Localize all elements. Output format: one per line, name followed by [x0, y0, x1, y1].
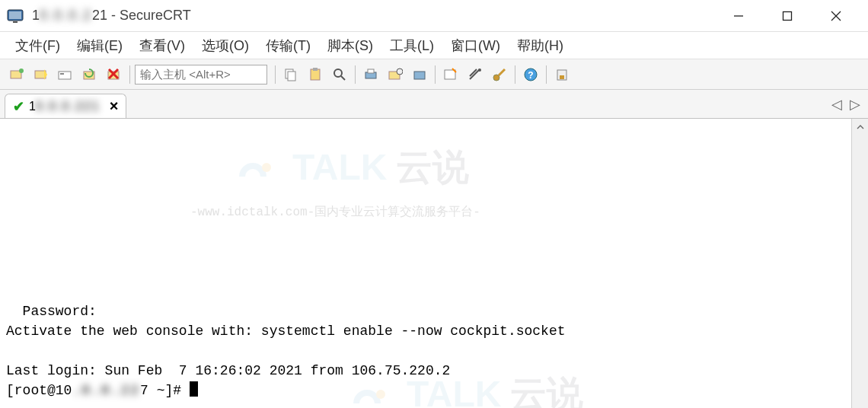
svg-point-37	[262, 163, 271, 172]
help-icon[interactable]: ?	[520, 64, 541, 85]
toolbar-separator	[129, 65, 130, 84]
svg-rect-17	[288, 72, 295, 81]
key-icon[interactable]	[489, 64, 510, 85]
menu-options[interactable]: 选项(O)	[196, 33, 255, 58]
global-options-icon[interactable]	[409, 64, 430, 85]
terminal-line: Activate the web console with: systemctl…	[6, 324, 566, 339]
tab-label: 10.0.0.221	[29, 100, 101, 113]
app-icon	[6, 7, 24, 25]
check-icon: ✔	[13, 98, 24, 115]
svg-text:?: ?	[528, 70, 533, 81]
svg-point-20	[334, 69, 342, 77]
svg-rect-36	[560, 75, 564, 79]
terminal-area: TALK 云说 -www.idctalk.com-国内专业云计算交流服务平台- …	[0, 119, 868, 408]
copy-icon[interactable]	[280, 64, 302, 85]
toolbar-separator	[435, 65, 436, 84]
menu-edit[interactable]: 编辑(E)	[71, 33, 129, 58]
svg-rect-10	[59, 72, 71, 79]
svg-point-30	[478, 69, 481, 72]
svg-rect-2	[13, 21, 18, 23]
menu-help[interactable]: 帮助(H)	[511, 33, 570, 58]
svg-rect-4	[783, 11, 792, 20]
session-options-icon[interactable]	[385, 64, 406, 85]
svg-point-31	[493, 75, 499, 81]
print-icon[interactable]	[360, 64, 381, 85]
window-controls	[725, 5, 862, 27]
svg-rect-19	[313, 68, 318, 71]
quick-connect-icon[interactable]	[30, 64, 52, 85]
window-title: 10.0.0.221 - SecureCRT	[32, 8, 725, 24]
maximize-button[interactable]	[774, 5, 801, 27]
toolbar-separator	[355, 65, 356, 84]
session-tab[interactable]: ✔ 10.0.0.221 ×	[5, 94, 126, 118]
tab-close-icon[interactable]: ×	[110, 97, 119, 115]
menu-script[interactable]: 脚本(S)	[321, 33, 379, 58]
menu-file[interactable]: 文件(F)	[9, 33, 66, 58]
svg-rect-9	[35, 71, 46, 78]
svg-rect-1	[9, 11, 21, 19]
svg-rect-11	[60, 73, 64, 75]
settings-icon[interactable]	[464, 64, 486, 85]
reconnect-icon[interactable]	[79, 64, 101, 85]
terminal-prompt: [root@10.0.0.227 ~]#	[6, 383, 198, 398]
terminal-line: Password:	[23, 304, 97, 319]
toolbar: ?	[0, 59, 868, 90]
find-icon[interactable]	[329, 64, 350, 85]
disconnect-icon[interactable]	[104, 64, 125, 85]
svg-rect-23	[368, 69, 374, 73]
titlebar: 10.0.0.221 - SecureCRT	[0, 0, 868, 32]
connect-icon[interactable]	[6, 64, 27, 85]
terminal[interactable]: TALK 云说 -www.idctalk.com-国内专业云计算交流服务平台- …	[0, 119, 851, 408]
menu-window[interactable]: 窗口(W)	[445, 33, 506, 58]
svg-rect-18	[311, 69, 320, 80]
svg-point-38	[376, 390, 385, 399]
svg-line-32	[499, 69, 505, 75]
svg-rect-27	[445, 70, 455, 79]
menubar: 文件(F) 编辑(E) 查看(V) 选项(O) 传输(T) 脚本(S) 工具(L…	[0, 32, 868, 59]
svg-line-21	[341, 76, 345, 80]
connect-sftp-icon[interactable]	[55, 64, 76, 85]
tabbar: ✔ 10.0.0.221 × ◁ ▷	[0, 90, 868, 119]
tab-prev-icon[interactable]: ◁	[831, 96, 842, 113]
cursor	[190, 381, 198, 397]
menu-tools[interactable]: 工具(L)	[384, 33, 440, 58]
close-button[interactable]	[822, 5, 850, 27]
menu-transfer[interactable]: 传输(T)	[260, 33, 317, 58]
terminal-line: Last login: Sun Feb 7 16:26:02 2021 from…	[6, 363, 450, 378]
new-session-icon[interactable]	[440, 64, 461, 85]
lock-icon[interactable]	[551, 64, 573, 85]
scrollbar[interactable]	[851, 119, 868, 408]
tab-nav: ◁ ▷	[831, 96, 860, 113]
minimize-button[interactable]	[725, 5, 752, 27]
paste-icon[interactable]	[305, 64, 326, 85]
svg-point-25	[397, 69, 403, 75]
watermark: TALK 云说	[228, 146, 469, 189]
toolbar-separator	[515, 65, 515, 84]
tab-next-icon[interactable]: ▷	[850, 96, 860, 113]
menu-view[interactable]: 查看(V)	[133, 33, 191, 58]
scroll-up-icon[interactable]	[852, 119, 869, 135]
host-input[interactable]	[135, 65, 267, 84]
watermark-url: -www.idctalk.com-国内专业云计算交流服务平台-	[190, 202, 480, 222]
svg-rect-26	[414, 72, 425, 79]
toolbar-separator	[275, 65, 276, 84]
toolbar-separator	[546, 65, 547, 84]
svg-point-8	[19, 69, 24, 73]
